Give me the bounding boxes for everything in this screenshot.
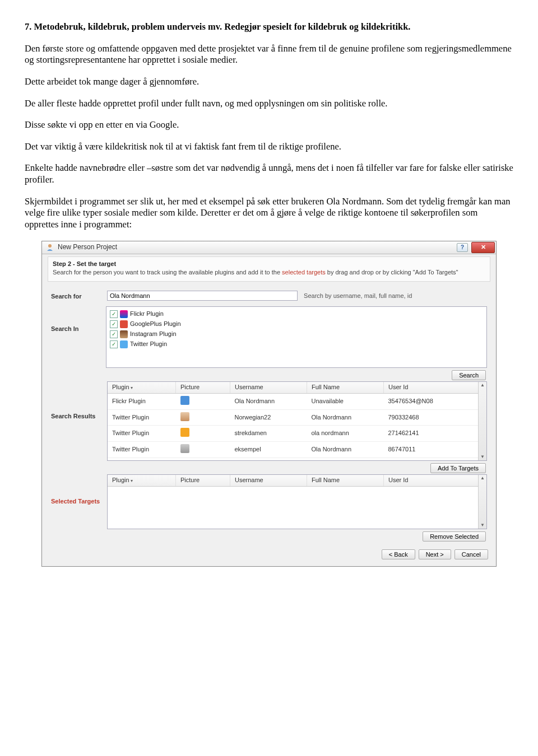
remove-selected-button[interactable]: Remove Selected: [423, 531, 486, 542]
plugin-item-flickr[interactable]: ✓ Flickr Plugin: [109, 309, 484, 319]
step-title: Step 2 - Set the target: [53, 260, 485, 268]
cell-fullname: ola nordmann: [307, 426, 384, 442]
plugin-item-twitter[interactable]: ✓ Twitter Plugin: [109, 339, 484, 349]
table-row[interactable]: Flickr PluginOla NordmannUnavailable3547…: [108, 393, 486, 409]
cell-plugin: Twitter Plugin: [108, 442, 176, 458]
search-for-label: Search for: [51, 291, 107, 301]
checkbox-icon[interactable]: ✓: [110, 320, 118, 328]
selected-targets-label: Selected Targets: [51, 474, 107, 506]
googleplus-icon: [120, 320, 128, 328]
col-userid[interactable]: User Id: [384, 475, 486, 486]
checkbox-icon[interactable]: ✓: [110, 330, 118, 338]
plugin-item-googleplus[interactable]: ✓ GooglePlus Plugin: [109, 319, 484, 329]
cell-username: Norwegian22: [230, 409, 307, 426]
paragraph: Den første store og omfattende oppgaven …: [25, 43, 513, 66]
plugin-item-instagram[interactable]: ✓ Instagram Plugin: [109, 329, 484, 339]
sort-icon: ▾: [131, 478, 133, 483]
sort-icon: ▾: [131, 385, 133, 390]
close-button[interactable]: ✕: [471, 242, 495, 253]
search-button[interactable]: Search: [452, 370, 486, 380]
cell-username: strekdamen: [230, 426, 307, 442]
cell-fullname: Ola Nordmann: [307, 442, 384, 458]
cell-picture: [176, 393, 230, 409]
scroll-up-icon: ▲: [480, 475, 485, 482]
col-picture[interactable]: Picture: [176, 475, 230, 486]
scrollbar[interactable]: ▲▼: [478, 382, 486, 460]
search-results-label: Search Results: [51, 381, 107, 421]
cell-plugin: Twitter Plugin: [108, 426, 176, 442]
cell-userid: 35476534@N08: [384, 393, 486, 409]
instagram-icon: [120, 330, 128, 338]
cell-fullname: Ola Nordmann: [307, 409, 384, 426]
checkbox-icon[interactable]: ✓: [110, 340, 118, 348]
cell-fullname: Unavailable: [307, 393, 384, 409]
plugin-label: Instagram Plugin: [130, 330, 177, 338]
cancel-button[interactable]: Cancel: [454, 549, 488, 559]
table-row[interactable]: Twitter Pluginstrekdamenola nordmann2714…: [108, 426, 486, 442]
title-bar: New Person Project ? ✕: [42, 241, 496, 254]
cell-username: eksempel: [230, 442, 307, 458]
results-table: Plugin▾ Picture Username Full Name User …: [107, 381, 487, 461]
paragraph: Enkelte hadde navnebrødre eller –søstre …: [25, 162, 513, 185]
section-heading: 7. Metodebruk, kildebruk, problem underv…: [25, 21, 513, 33]
cell-plugin: Twitter Plugin: [108, 409, 176, 426]
wizard-footer: < Back Next > Cancel: [48, 545, 490, 561]
plugin-label: Flickr Plugin: [130, 310, 164, 318]
cell-picture: [176, 409, 230, 426]
checkbox-icon[interactable]: ✓: [110, 310, 118, 318]
paragraph: De aller fleste hadde opprettet profil u…: [25, 98, 513, 110]
targets-table: Plugin▾ Picture Username Full Name User …: [107, 474, 487, 529]
col-username[interactable]: Username: [230, 475, 307, 486]
avatar: [180, 444, 189, 453]
twitter-icon: [120, 340, 128, 348]
help-button[interactable]: ?: [457, 243, 468, 252]
step-header: Step 2 - Set the target Search for the p…: [48, 256, 490, 282]
plugin-label: Twitter Plugin: [130, 340, 167, 348]
next-button[interactable]: Next >: [419, 549, 451, 559]
cell-username: Ola Nordmann: [230, 393, 307, 409]
close-icon: ✕: [481, 244, 486, 251]
paragraph: Skjermbildet i programmet ser slik ut, h…: [25, 196, 513, 231]
search-hint: Search by username, mail, full name, id: [304, 292, 412, 300]
avatar: [180, 428, 189, 437]
add-to-targets-button[interactable]: Add To Targets: [430, 463, 486, 473]
cell-picture: [176, 442, 230, 458]
table-row[interactable]: Twitter PlugineksempelOla Nordmann867470…: [108, 442, 486, 458]
dialog-window: New Person Project ? ✕ Step 2 - Set the …: [41, 241, 497, 567]
cell-plugin: Flickr Plugin: [108, 393, 176, 409]
scrollbar[interactable]: ▲▼: [478, 475, 486, 529]
step-description: Search for the person you want to track …: [53, 269, 485, 277]
svg-point-0: [48, 244, 52, 248]
paragraph: Dette arbeidet tok mange dager å gjennom…: [25, 76, 513, 88]
table-row[interactable]: Twitter PluginNorwegian22Ola Nordmann790…: [108, 409, 486, 426]
scroll-up-icon: ▲: [480, 382, 485, 389]
cell-userid: 271462141: [384, 426, 486, 442]
col-userid[interactable]: User Id: [384, 382, 486, 393]
col-username[interactable]: Username: [230, 382, 307, 393]
avatar: [180, 412, 189, 421]
plugin-list: ✓ Flickr Plugin ✓ GooglePlus Plugin ✓: [106, 306, 487, 368]
scroll-down-icon: ▼: [480, 454, 485, 460]
paragraph: Disse søkte vi opp en etter en via Googl…: [25, 119, 513, 131]
back-button[interactable]: < Back: [382, 549, 415, 559]
scroll-down-icon: ▼: [480, 522, 485, 529]
avatar: [180, 396, 189, 405]
col-fullname[interactable]: Full Name: [307, 475, 384, 486]
col-picture[interactable]: Picture: [176, 382, 230, 393]
window-title: New Person Project: [58, 243, 457, 251]
cell-picture: [176, 426, 230, 442]
app-icon: [45, 243, 54, 252]
search-in-label: Search In: [51, 306, 106, 333]
flickr-icon: [120, 310, 128, 318]
cell-userid: 86747011: [384, 442, 486, 458]
cell-userid: 790332468: [384, 409, 486, 426]
plugin-label: GooglePlus Plugin: [130, 320, 181, 328]
search-for-input[interactable]: [107, 291, 298, 301]
col-plugin[interactable]: Plugin▾: [108, 475, 176, 486]
paragraph: Det var viktig å være kildekritisk nok t…: [25, 141, 513, 153]
col-fullname[interactable]: Full Name: [307, 382, 384, 393]
col-plugin[interactable]: Plugin▾: [108, 382, 176, 393]
